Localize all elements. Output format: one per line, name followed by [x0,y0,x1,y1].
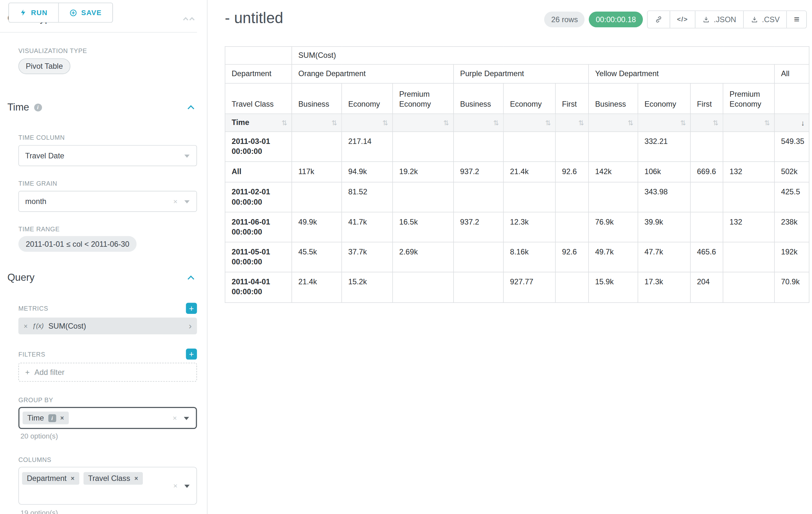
columns-options-count: 19 option(s) [21,509,58,514]
pivot-cell: 217.14 [342,132,393,162]
pivot-sort-cell: ⇅ [690,114,723,132]
pivot-cell [723,242,775,272]
pivot-row-header: 2011-05-01 00:00:00 [225,242,292,272]
pivot-cell: 132 [723,212,775,242]
view-query-button[interactable]: </> [669,11,695,28]
add-filter-dropzone[interactable]: + Add filter [18,363,197,382]
function-icon: ƒ(x) [32,322,44,330]
info-icon[interactable]: i [34,104,42,111]
pivot-cell [393,132,454,162]
pivot-cell: 76.9k [589,212,638,242]
sort-icon[interactable]: ⇅ [764,118,770,127]
pivot-row-header: 2011-06-01 00:00:00 [225,212,292,242]
share-link-button[interactable] [648,11,670,28]
pivot-cell: 549.35 [775,132,809,162]
sort-icon[interactable]: ⇅ [282,118,287,127]
visualization-type-pill[interactable]: Pivot Table [18,58,70,74]
metric-item[interactable]: × ƒ(x) SUM(Cost) › [18,317,197,334]
sort-icon[interactable]: ⇅ [443,118,449,127]
pivot-sort-cell: ⇅ [556,114,589,132]
pivot-cell [292,132,342,162]
header-toolbar: 26 rows 00:00:00.18 </> .JSON .CSV ≡ [544,10,807,29]
sort-icon[interactable]: ⇅ [493,118,499,127]
pivot-cell: 465.6 [690,242,723,272]
metric-name: SUM(Cost) [49,322,86,330]
columns-label: COLUMNS [18,456,51,464]
export-json-button[interactable]: .JSON [695,11,743,28]
pivot-column-group-header: All [775,64,809,83]
columns-pill-label: Department [27,474,66,483]
remove-metric-icon[interactable]: × [24,322,28,330]
columns-select[interactable]: Department × Travel Class × × [18,467,197,505]
pivot-table-container: SUM(Cost)DepartmentOrange DepartmentPurp… [225,46,809,303]
time-range-pill[interactable]: 2011-01-01 ≤ col < 2011-06-30 [18,236,137,252]
remove-pill-icon[interactable]: × [135,475,138,482]
pivot-cell [393,182,454,212]
pivot-cell: 2.69k [393,242,454,272]
sort-icon[interactable]: ⇅ [383,118,388,127]
menu-button[interactable]: ≡ [787,11,806,28]
columns-pill[interactable]: Travel Class × [83,472,143,485]
sort-icon[interactable]: ⇅ [331,118,337,127]
pivot-cell [454,272,503,302]
pivot-cell: 106k [638,162,691,182]
sort-desc-icon[interactable]: ↓ [801,118,805,128]
pivot-class-header: First [556,83,589,114]
sort-icon[interactable]: ⇅ [578,118,584,127]
time-column-select[interactable]: Travel Date [18,145,197,166]
sort-icon[interactable]: ⇅ [628,118,634,127]
pivot-cell: 8.16k [503,242,556,272]
remove-pill-icon[interactable]: × [60,414,64,422]
save-button[interactable]: SAVE [59,3,112,22]
columns-pill[interactable]: Department × [22,472,79,485]
remove-pill-icon[interactable]: × [71,475,75,482]
time-section-heading: Time i [7,102,42,113]
pivot-cell: 927.77 [503,272,556,302]
query-timer-badge: 00:00:00.18 [589,11,643,27]
add-metric-button[interactable]: + [186,303,197,314]
plus-circle-icon [69,9,77,17]
pivot-column-group-header: Orange Department [292,64,454,83]
time-range-label: TIME RANGE [18,225,60,233]
visualization-type-label: VISUALIZATION TYPE [18,47,87,55]
pivot-sort-cell: ⇅ [342,114,393,132]
pivot-corner-cell [225,47,292,64]
collapse-carets-icon[interactable] [184,18,194,22]
pivot-cell: 41.7k [342,212,393,242]
pivot-cell: 12.3k [503,212,556,242]
pivot-cell: 47.7k [638,242,691,272]
group-by-select[interactable]: Time i × × [18,407,197,429]
pivot-class-header: Business [292,83,342,114]
pivot-sort-cell: ⇅ [638,114,691,132]
group-by-pill[interactable]: Time i × [23,411,69,424]
time-grain-select[interactable]: month × [18,191,197,212]
pivot-sort-cell: ⇅ [454,114,503,132]
plus-icon: + [25,368,30,377]
sort-icon[interactable]: ⇅ [713,118,719,127]
clear-icon[interactable]: × [173,414,177,422]
pivot-row: 2011-02-01 00:00:0081.52343.98425.5 [225,182,809,212]
query-collapse-chevron-icon[interactable] [187,276,194,282]
run-save-button-group: RUN SAVE [8,3,113,23]
sort-icon[interactable]: ⇅ [545,118,551,127]
sort-icon[interactable]: ⇅ [680,118,686,127]
pivot-cell: 70.9k [775,272,809,302]
run-button[interactable]: RUN [9,3,58,22]
pivot-row: 2011-03-01 00:00:00217.14332.21549.35 [225,132,809,162]
pivot-row-header: 2011-02-01 00:00:00 [225,182,292,212]
export-csv-button[interactable]: .CSV [743,11,787,28]
time-collapse-chevron-icon[interactable] [187,105,194,112]
clear-icon[interactable]: × [173,482,177,490]
chart-title[interactable]: - untitled [225,9,283,27]
pivot-cell [690,132,723,162]
info-icon[interactable]: i [48,414,56,422]
clear-icon[interactable]: × [173,197,177,206]
pivot-cell: 502k [775,162,809,182]
pivot-cell: 425.5 [775,182,809,212]
pivot-row-header: All [225,162,292,182]
pivot-cell: 92.6 [556,242,589,272]
pivot-class-header: Economy [638,83,691,114]
query-section-heading: Query [7,272,35,283]
pivot-sort-cell: ⇅ [503,114,556,132]
add-filter-button[interactable]: + [186,349,197,359]
